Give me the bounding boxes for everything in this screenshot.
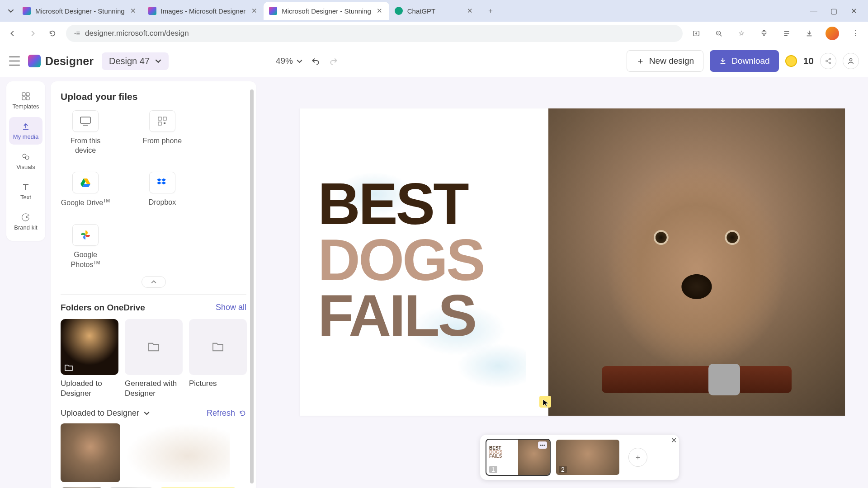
- tab-title: Microsoft Designer - Stunning: [282, 7, 371, 15]
- undo-icon[interactable]: [311, 56, 321, 66]
- rail-label: My media: [13, 133, 38, 140]
- rail-brand-kit[interactable]: Brand kit: [9, 208, 42, 235]
- reload-icon[interactable]: [46, 27, 59, 40]
- refresh-button[interactable]: Refresh: [207, 408, 246, 418]
- svg-point-6: [849, 59, 852, 61]
- tabs-dropdown[interactable]: [5, 5, 17, 17]
- site-info-icon[interactable]: [73, 30, 80, 37]
- download-button[interactable]: Download: [710, 50, 779, 72]
- browser-tab[interactable]: Microsoft Designer - Stunning ✕: [17, 2, 143, 20]
- menu-icon[interactable]: [9, 56, 20, 66]
- media-thumbnail[interactable]: [126, 423, 230, 482]
- close-icon[interactable]: ✕: [129, 7, 137, 15]
- page-options-icon[interactable]: •••: [538, 441, 547, 449]
- designer-favicon: [269, 7, 277, 15]
- close-window-icon[interactable]: ✕: [849, 7, 858, 15]
- svg-rect-16: [158, 122, 161, 125]
- url-text: designer.microsoft.com/design: [85, 29, 189, 38]
- user-icon[interactable]: [843, 53, 859, 69]
- new-tab-button[interactable]: ＋: [483, 4, 498, 18]
- canvas-text-line2[interactable]: DOGS: [318, 232, 548, 288]
- svg-point-4: [829, 58, 831, 60]
- maximize-icon[interactable]: ▢: [829, 7, 838, 15]
- svg-rect-14: [158, 117, 161, 120]
- page-thumbnail[interactable]: BESTDOGSFAILS 1 •••: [486, 440, 550, 475]
- google-drive-icon: [80, 178, 91, 188]
- new-design-button[interactable]: ＋ New design: [627, 50, 703, 72]
- close-icon[interactable]: ✕: [376, 7, 384, 15]
- chevron-down-icon: [144, 410, 150, 416]
- rail-my-media[interactable]: My media: [9, 117, 42, 145]
- rail-visuals[interactable]: Visuals: [9, 147, 42, 175]
- browser-tab[interactable]: Images - Microsoft Designer ✕: [143, 2, 264, 20]
- download-icon: [719, 57, 727, 65]
- new-design-label: New design: [649, 56, 694, 66]
- upload-from-device[interactable]: From this device: [61, 110, 110, 155]
- folder-item[interactable]: Pictures: [189, 319, 247, 399]
- rail-text[interactable]: Text: [9, 178, 42, 205]
- upload-heading: Upload your files: [61, 91, 246, 102]
- upload-label: From phone: [143, 136, 182, 146]
- forward-icon[interactable]: [26, 27, 39, 40]
- chatgpt-favicon: [395, 7, 403, 15]
- reading-list-icon[interactable]: [780, 27, 793, 40]
- add-page-button[interactable]: ＋: [628, 448, 647, 467]
- upload-google-photos[interactable]: Google PhotosTM: [61, 224, 110, 270]
- upload-label: From this device: [61, 136, 110, 155]
- upload-icon: [21, 122, 31, 131]
- page-thumbnail[interactable]: 2: [556, 440, 619, 475]
- close-pages-icon[interactable]: ✕: [667, 434, 680, 446]
- chevron-down-icon: [155, 58, 161, 64]
- downloads-icon[interactable]: [803, 27, 816, 40]
- plus-icon: ＋: [636, 55, 645, 67]
- canvas-text-line1[interactable]: BEST: [318, 176, 548, 232]
- device-icon: [80, 116, 91, 126]
- svg-point-0: [75, 33, 75, 33]
- design-name-dropdown[interactable]: Design 47: [102, 52, 169, 70]
- zoom-level[interactable]: 49%: [276, 56, 302, 66]
- app-logo[interactable]: Designer: [28, 55, 94, 68]
- canvas-image[interactable]: [548, 108, 845, 416]
- upload-dropbox[interactable]: Dropbox: [137, 172, 187, 208]
- folder-label: Generated with Designer: [125, 379, 183, 399]
- text-icon: [21, 182, 31, 192]
- redo-icon[interactable]: [329, 56, 339, 66]
- canvas-text-line3[interactable]: FAILS: [318, 288, 548, 344]
- current-folder-dropdown[interactable]: Uploaded to Designer: [61, 408, 150, 418]
- folder-item[interactable]: Generated with Designer: [125, 319, 183, 399]
- svg-point-11: [23, 154, 26, 158]
- media-thumbnail[interactable]: [61, 423, 120, 482]
- folder-icon: [64, 364, 73, 371]
- upload-from-phone[interactable]: From phone: [137, 110, 187, 155]
- browser-tab[interactable]: Microsoft Designer - Stunning ✕: [264, 2, 389, 20]
- folder-label: Pictures: [189, 379, 247, 389]
- extensions-icon[interactable]: [758, 27, 770, 40]
- close-icon[interactable]: ✕: [250, 7, 258, 15]
- show-all-link[interactable]: Show all: [216, 303, 246, 312]
- collapse-button[interactable]: [142, 276, 166, 288]
- design-canvas[interactable]: BEST DOGS FAILS: [300, 108, 845, 416]
- browser-tab[interactable]: ChatGPT ✕: [389, 2, 480, 20]
- address-bar[interactable]: designer.microsoft.com/design: [66, 25, 683, 42]
- install-app-icon[interactable]: [690, 27, 703, 40]
- kebab-menu-icon[interactable]: ⋮: [849, 27, 862, 40]
- rail-templates[interactable]: Templates: [9, 87, 42, 114]
- minimize-icon[interactable]: —: [809, 7, 818, 15]
- upload-google-drive[interactable]: Google DriveTM: [61, 172, 110, 208]
- close-icon[interactable]: ✕: [466, 7, 474, 15]
- folder-icon: [212, 342, 224, 352]
- brand-name: Designer: [45, 55, 94, 68]
- page-number: 1: [489, 466, 497, 473]
- svg-point-5: [829, 62, 831, 64]
- share-icon[interactable]: [820, 53, 836, 69]
- folder-item[interactable]: Uploaded to Designer: [61, 319, 118, 399]
- folder-label: Uploaded to Designer: [61, 379, 118, 399]
- zoom-icon[interactable]: [712, 27, 725, 40]
- dropbox-icon: [156, 178, 168, 188]
- back-icon[interactable]: [6, 27, 19, 40]
- svg-rect-10: [26, 97, 29, 100]
- zoom-value: 49%: [276, 56, 293, 66]
- refresh-icon: [239, 409, 246, 417]
- bookmark-icon[interactable]: ☆: [735, 27, 748, 40]
- profile-avatar[interactable]: [826, 27, 839, 40]
